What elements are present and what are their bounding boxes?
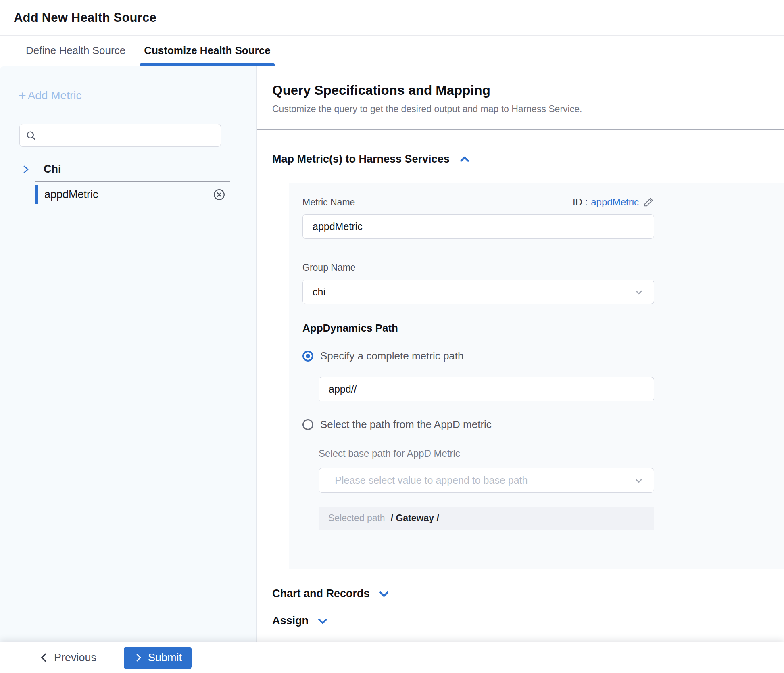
metric-group-label: Chi	[44, 163, 61, 176]
metric-name-label: Metric Name	[302, 197, 355, 208]
tab-define-label: Define Health Source	[26, 44, 125, 57]
complete-metric-path-input[interactable]	[319, 377, 654, 401]
selected-indicator	[35, 185, 38, 204]
assign-title: Assign	[272, 614, 309, 627]
radio-complete-path-label: Specify a complete metric path	[320, 350, 464, 362]
metric-name-input[interactable]	[302, 214, 654, 239]
base-path-placeholder: - Please select value to append to base …	[329, 474, 634, 486]
search-icon	[25, 130, 37, 141]
add-health-source-dialog: Add New Health Source Define Health Sour…	[0, 0, 784, 673]
metrics-sidebar: + Add Metric Chi	[0, 66, 257, 642]
metric-mapping-card: Metric Name ID : appdMetric Group Name	[289, 183, 784, 569]
radio-select-path-from-appd[interactable]: Select the path from the AppD metric	[302, 418, 784, 431]
chevron-right-icon[interactable]	[21, 165, 31, 174]
metric-id-wrap: ID : appdMetric	[573, 196, 654, 208]
radio-specify-complete-path[interactable]: Specify a complete metric path	[302, 350, 784, 362]
add-metric-button[interactable]: + Add Metric	[19, 89, 82, 102]
metric-search-box	[19, 124, 221, 147]
remove-metric-icon[interactable]	[213, 188, 225, 201]
selected-path-bar: Selected path / Gateway /	[319, 507, 654, 530]
chevron-up-icon[interactable]	[459, 153, 471, 165]
id-prefix-label: ID :	[573, 196, 588, 208]
add-metric-label: Add Metric	[28, 89, 82, 102]
edit-id-icon[interactable]	[643, 196, 654, 208]
chevron-right-icon	[133, 653, 143, 663]
id-value-link[interactable]: appdMetric	[591, 196, 639, 208]
chevron-down-icon	[634, 475, 644, 486]
dialog-header: Add New Health Source	[0, 0, 784, 36]
plus-icon: +	[19, 89, 26, 102]
submit-button[interactable]: Submit	[124, 647, 192, 669]
group-name-select[interactable]: chi	[302, 280, 654, 304]
map-metrics-section-header[interactable]: Map Metric(s) to Harness Services	[272, 153, 784, 165]
tab-bar: Define Health Source Customize Health So…	[0, 36, 784, 66]
chart-and-records-section-header[interactable]: Chart and Records	[272, 587, 784, 600]
tab-define-health-source[interactable]: Define Health Source	[22, 36, 129, 66]
section-subtitle: Customize the query to get the desired o…	[272, 104, 784, 115]
metric-group-chi[interactable]: Chi	[21, 163, 256, 176]
dialog-footer: Previous Submit	[0, 642, 784, 673]
radio-select-path-label: Select the path from the AppD metric	[320, 418, 492, 431]
chevron-left-icon	[39, 652, 49, 663]
previous-button[interactable]: Previous	[39, 652, 96, 664]
submit-label: Submit	[148, 652, 182, 664]
metric-search-input[interactable]	[42, 130, 215, 141]
query-specifications-panel: Query Specifications and Mapping Customi…	[257, 66, 784, 642]
chart-and-records-title: Chart and Records	[272, 587, 370, 600]
metric-item-label: appdMetric	[44, 188, 98, 201]
tab-customize-label: Customize Health Source	[144, 44, 271, 57]
assign-section-header[interactable]: Assign	[272, 614, 784, 627]
heading-divider	[257, 129, 784, 130]
radio-unselected-icon[interactable]	[302, 419, 313, 430]
tab-customize-health-source[interactable]: Customize Health Source	[140, 36, 275, 66]
metric-name-row: Metric Name ID : appdMetric	[302, 196, 654, 208]
previous-label: Previous	[54, 652, 96, 664]
group-name-value: chi	[313, 286, 634, 298]
chevron-down-icon[interactable]	[317, 615, 329, 627]
chevron-down-icon	[634, 287, 644, 297]
base-path-label: Select base path for AppD Metric	[319, 448, 784, 459]
chevron-down-icon[interactable]	[378, 588, 390, 600]
page-title: Add New Health Source	[14, 10, 156, 25]
main-heading-block: Query Specifications and Mapping Customi…	[257, 66, 784, 115]
selected-path-label: Selected path	[328, 513, 385, 524]
appdynamics-path-title: AppDynamics Path	[302, 322, 784, 334]
radio-selected-icon[interactable]	[302, 351, 313, 362]
map-metrics-title: Map Metric(s) to Harness Services	[272, 153, 450, 165]
selected-path-value: / Gateway /	[391, 513, 439, 524]
base-path-select[interactable]: - Please select value to append to base …	[319, 468, 654, 493]
metric-list-item-appdmetric[interactable]: appdMetric	[0, 182, 256, 207]
dialog-body: + Add Metric Chi	[0, 66, 784, 642]
section-title: Query Specifications and Mapping	[272, 83, 784, 98]
group-name-label: Group Name	[302, 262, 784, 273]
